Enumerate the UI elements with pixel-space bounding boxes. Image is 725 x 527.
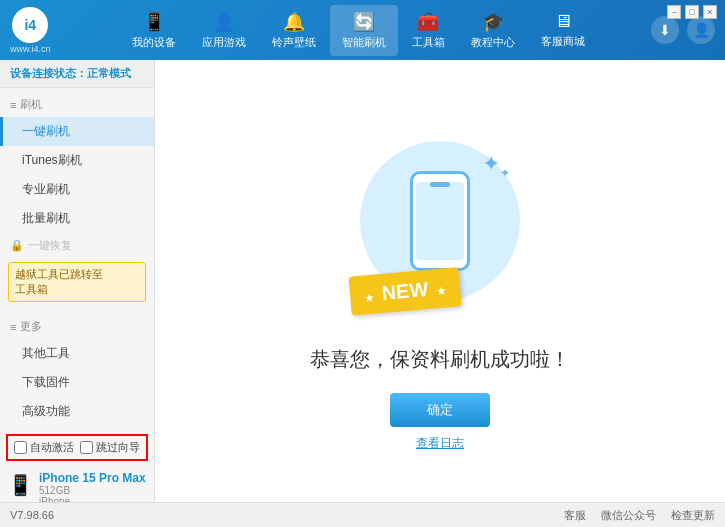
nav-label-app-games: 应用游戏 xyxy=(202,35,246,50)
log-link[interactable]: 查看日志 xyxy=(416,435,464,452)
footer: V7.98.66 客服 微信公众号 检查更新 xyxy=(0,502,725,527)
one-key-restore-header: 🔒 一键恢复 xyxy=(0,233,154,258)
new-badge: NEW xyxy=(349,267,462,315)
toolbox-icon: 🧰 xyxy=(417,11,439,33)
more-group-icon: ≡ xyxy=(10,321,16,333)
more-group-header: ≡ 更多 xyxy=(0,314,154,339)
status-prefix: 设备连接状态： xyxy=(10,67,87,79)
pro-flash-label: 专业刷机 xyxy=(22,182,70,196)
version-label: V7.98.66 xyxy=(10,509,54,521)
notice-box: 越狱工具已跳转至工具箱 xyxy=(8,262,146,302)
sidebar-item-batch-flash[interactable]: 批量刷机 xyxy=(0,204,154,233)
batch-flash-label: 批量刷机 xyxy=(22,211,70,225)
smart-flash-icon: 🔄 xyxy=(353,11,375,33)
nav-label-my-device: 我的设备 xyxy=(132,35,176,50)
phone-shape xyxy=(410,171,470,271)
options-row: 自动激活 跳过向导 xyxy=(6,434,148,461)
minimize-button[interactable]: － xyxy=(667,5,681,19)
lock-icon: 🔒 xyxy=(10,239,24,252)
more-section: ≡ 更多 其他工具 下载固件 高级功能 xyxy=(0,310,154,430)
auto-activate-checkbox[interactable] xyxy=(14,441,27,454)
no-prompt-checkbox[interactable] xyxy=(80,441,93,454)
flash-group-label: 刷机 xyxy=(20,97,42,112)
sparkles-icon: ✦ xyxy=(482,151,500,177)
sidebar-item-one-click-flash[interactable]: 一键刷机 xyxy=(0,117,154,146)
logo-subtitle: www.i4.cn xyxy=(10,44,51,54)
one-key-restore-label: 一键恢复 xyxy=(28,238,72,253)
footer-link-update[interactable]: 检查更新 xyxy=(671,508,715,523)
app-games-icon: 👤 xyxy=(213,11,235,33)
ringtones-icon: 🔔 xyxy=(283,11,305,33)
user-button[interactable]: 👤 xyxy=(687,16,715,44)
phone-screen xyxy=(416,182,464,260)
auto-activate-label: 自动激活 xyxy=(30,440,74,455)
sidebar-item-other-tools[interactable]: 其他工具 xyxy=(0,339,154,368)
connection-status: 设备连接状态：正常模式 xyxy=(0,60,154,88)
success-message: 恭喜您，保资料刷机成功啦！ xyxy=(310,346,570,373)
more-group-label: 更多 xyxy=(20,319,42,334)
status-value: 正常模式 xyxy=(87,67,131,79)
download-firmware-label: 下载固件 xyxy=(22,375,70,389)
device-info: 📱 iPhone 15 Pro Max 512GB iPhone xyxy=(0,465,154,502)
footer-link-wechat[interactable]: 微信公众号 xyxy=(601,508,656,523)
sidebar-item-pro-flash[interactable]: 专业刷机 xyxy=(0,175,154,204)
logo: i4 www.i4.cn xyxy=(10,7,51,54)
device-storage: 512GB xyxy=(39,485,146,496)
device-details: iPhone 15 Pro Max 512GB iPhone xyxy=(39,471,146,502)
window-controls: － □ × xyxy=(667,5,717,19)
no-prompt-option[interactable]: 跳过向导 xyxy=(80,440,140,455)
one-click-flash-label: 一键刷机 xyxy=(22,124,70,138)
nav-label-tutorial: 教程中心 xyxy=(471,35,515,50)
sidebar-item-itunes-flash[interactable]: iTunes刷机 xyxy=(0,146,154,175)
flash-group-icon: ≡ xyxy=(10,99,16,111)
download-button[interactable]: ⬇ xyxy=(651,16,679,44)
success-illustration: ✦ ✦ NEW xyxy=(340,111,540,331)
notice-text: 越狱工具已跳转至工具箱 xyxy=(15,268,103,295)
sidebar-item-download-firmware[interactable]: 下载固件 xyxy=(0,368,154,397)
sparkles2-icon: ✦ xyxy=(500,166,510,180)
phone-notch xyxy=(430,182,450,187)
device-name: iPhone 15 Pro Max xyxy=(39,471,146,485)
nav-item-ringtones[interactable]: 🔔 铃声壁纸 xyxy=(260,5,328,56)
itunes-flash-label: iTunes刷机 xyxy=(22,153,82,167)
header: i4 www.i4.cn 📱 我的设备 👤 应用游戏 🔔 铃声壁纸 🔄 智能刷机 xyxy=(0,0,725,60)
auto-activate-option[interactable]: 自动激活 xyxy=(14,440,74,455)
main-content: ✦ ✦ NEW 恭喜您，保资料刷机成功啦！ 确定 查看日志 xyxy=(155,60,725,502)
maximize-button[interactable]: □ xyxy=(685,5,699,19)
device-phone-icon: 📱 xyxy=(8,473,33,497)
nav-item-app-games[interactable]: 👤 应用游戏 xyxy=(190,5,258,56)
my-device-icon: 📱 xyxy=(143,11,165,33)
nav-label-service: 客服商城 xyxy=(541,34,585,49)
flash-group-header: ≡ 刷机 xyxy=(0,92,154,117)
advanced-label: 高级功能 xyxy=(22,404,70,418)
confirm-button[interactable]: 确定 xyxy=(390,393,490,427)
flash-section: ≡ 刷机 一键刷机 iTunes刷机 专业刷机 批量刷机 🔒 一键恢复 xyxy=(0,88,154,310)
service-icon: 🖥 xyxy=(554,11,572,32)
footer-right: 客服 微信公众号 检查更新 xyxy=(564,508,715,523)
nav-label-smart-flash: 智能刷机 xyxy=(342,35,386,50)
nav-label-toolbox: 工具箱 xyxy=(412,35,445,50)
sidebar-item-advanced[interactable]: 高级功能 xyxy=(0,397,154,426)
nav-item-smart-flash[interactable]: 🔄 智能刷机 xyxy=(330,5,398,56)
tutorial-icon: 🎓 xyxy=(482,11,504,33)
nav-label-ringtones: 铃声壁纸 xyxy=(272,35,316,50)
nav-bar: 📱 我的设备 👤 应用游戏 🔔 铃声壁纸 🔄 智能刷机 🧰 工具箱 🎓 xyxy=(66,5,651,56)
footer-link-service[interactable]: 客服 xyxy=(564,508,586,523)
main-layout: 设备连接状态：正常模式 ≡ 刷机 一键刷机 iTunes刷机 专业刷机 批量刷机 xyxy=(0,60,725,502)
logo-text: i4 xyxy=(24,17,36,33)
nav-item-service[interactable]: 🖥 客服商城 xyxy=(529,5,597,56)
other-tools-label: 其他工具 xyxy=(22,346,70,360)
nav-item-toolbox[interactable]: 🧰 工具箱 xyxy=(400,5,457,56)
sidebar: 设备连接状态：正常模式 ≡ 刷机 一键刷机 iTunes刷机 专业刷机 批量刷机 xyxy=(0,60,155,502)
logo-circle: i4 xyxy=(12,7,48,43)
no-prompt-label: 跳过向导 xyxy=(96,440,140,455)
nav-item-my-device[interactable]: 📱 我的设备 xyxy=(120,5,188,56)
device-type: iPhone xyxy=(39,496,146,502)
header-right: ⬇ 👤 xyxy=(651,16,715,44)
footer-left: V7.98.66 xyxy=(10,509,54,521)
close-button[interactable]: × xyxy=(703,5,717,19)
new-badge-text: NEW xyxy=(381,278,429,304)
nav-item-tutorial[interactable]: 🎓 教程中心 xyxy=(459,5,527,56)
